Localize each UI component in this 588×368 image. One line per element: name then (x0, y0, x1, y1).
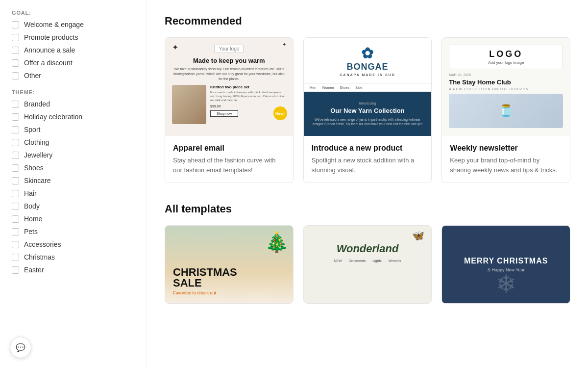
theme-easter[interactable]: Easter (12, 266, 135, 274)
christmas-fav-text: Favorites to check out (173, 290, 285, 295)
goal-welcome-label: Welcome & engage (24, 21, 84, 28)
all-templates-title: All templates (165, 203, 570, 215)
template-card-wonderland[interactable]: 🦋 Wonderland NEW Ornaments Lights Wreath… (303, 225, 432, 304)
apparel-subtext: We take sustainability seriously. Our fe… (172, 67, 286, 81)
apparel-headline: Made to keep you warm (193, 57, 265, 64)
hemp-icon: ✿ (361, 45, 374, 62)
christmas-tree-icon: 🎄 (265, 231, 289, 254)
theme-branded-checkbox[interactable] (12, 101, 19, 108)
apparel-desc: Stay ahead of the fashion curve with our… (173, 156, 285, 175)
template-card-merry-christmas[interactable]: MERRY CHRISTMAS & Happy New Year ❄ (441, 225, 570, 304)
stayHome-logo-area: LOGO Add your logo image (449, 45, 563, 69)
goal-announce[interactable]: Announce a sale (12, 46, 135, 54)
apparel-name: Apparel email (173, 144, 285, 153)
theme-sport[interactable]: Sport (12, 126, 135, 133)
theme-easter-checkbox[interactable] (12, 266, 19, 274)
newproduct-name: Introduce a new product (312, 144, 424, 153)
theme-clothing[interactable]: Clothing (12, 138, 135, 146)
goal-other[interactable]: Other (12, 72, 135, 79)
goal-announce-label: Announce a sale (24, 46, 75, 54)
stayHome-label: A NEW COLLECTION ON THE HORIZON (449, 87, 563, 91)
theme-clothing-label: Clothing (24, 138, 49, 146)
newproduct-desc: Spotlight a new stock addition with a st… (312, 156, 424, 175)
theme-accessories[interactable]: Accessories (12, 240, 135, 248)
template-card-apparel[interactable]: ✦ ✦ Your logo Made to keep you warm We t… (165, 37, 294, 183)
theme-christmas[interactable]: Christmas (12, 253, 135, 261)
theme-holiday-checkbox[interactable] (12, 113, 19, 121)
goal-section-label: GOAL: (12, 10, 135, 16)
stayHome-title: The Stay Home Club (449, 79, 563, 86)
stayHome-logo-sub: Add your logo image (455, 60, 557, 65)
wonderland-nav-new: NEW (334, 259, 342, 263)
goal-other-checkbox[interactable] (12, 72, 19, 79)
goal-welcome-checkbox[interactable] (12, 21, 19, 28)
theme-hair-checkbox[interactable] (12, 190, 19, 197)
theme-jewellery[interactable]: Jewellery (12, 151, 135, 159)
theme-body-checkbox[interactable] (12, 203, 19, 210)
theme-christmas-checkbox[interactable] (12, 254, 19, 261)
theme-accessories-checkbox[interactable] (12, 241, 19, 248)
theme-body-label: Body (24, 202, 40, 210)
wonderland-nav: NEW Ornaments Lights Wreaths (334, 259, 401, 263)
theme-sport-label: Sport (24, 126, 40, 133)
template-card-newproduct[interactable]: ✿ BONGAE CANAPA MADE IN SUD Men Women Sh… (303, 37, 432, 183)
wonderland-nav-ornaments: Ornaments (349, 259, 366, 263)
apparel-product-title: Knitted two piece set (210, 85, 286, 89)
apparel-product-section: Knitted two piece set It's a match made … (172, 85, 286, 124)
theme-skincare-label: Skincare (24, 177, 50, 184)
theme-branded-label: Branded (24, 100, 50, 108)
main-content: Recommended ✦ ✦ Your logo Made to keep y… (147, 0, 588, 368)
theme-holiday-label: Holiday celebration (24, 113, 82, 121)
theme-sport-checkbox[interactable] (12, 126, 19, 133)
apparel-product-desc: It's a match made in heaven with this kn… (210, 91, 286, 102)
chat-button[interactable]: 💬 (10, 337, 31, 358)
theme-shoes-checkbox[interactable] (12, 164, 19, 172)
nav-sale: Sale (355, 86, 362, 89)
bongae-brand-name: BONGAE (346, 62, 388, 72)
bongae-bottom: Introducing Our New Yarn Collection We'v… (304, 92, 432, 136)
apparel-logo: Your logo (214, 45, 244, 53)
sidebar: GOAL: Welcome & engage Promote products … (0, 0, 147, 368)
bongae-sub: CANAPA MADE IN SUD (340, 73, 395, 77)
goal-discount-label: Offer a discount (24, 59, 73, 67)
merry-text: MERRY CHRISTMAS (464, 257, 548, 265)
stayHome-hero: 🫙 (449, 94, 563, 128)
christmas-sale-line2: SALE (173, 277, 202, 289)
template-card-christmas-sale[interactable]: 🎄 CHRISTMAS SALE Favorites to check out (165, 225, 294, 304)
goal-other-label: Other (24, 72, 41, 79)
goal-discount[interactable]: Offer a discount (12, 59, 135, 67)
theme-body[interactable]: Body (12, 202, 135, 210)
recommended-title: Recommended (165, 15, 570, 27)
bongae-top: ✿ BONGAE CANAPA MADE IN SUD (304, 38, 432, 83)
theme-hair[interactable]: Hair (12, 189, 135, 197)
theme-shoes[interactable]: Shoes (12, 164, 135, 172)
goal-announce-checkbox[interactable] (12, 47, 19, 54)
theme-skincare[interactable]: Skincare (12, 177, 135, 184)
goal-discount-checkbox[interactable] (12, 59, 19, 67)
template-card-newsletter[interactable]: LOGO Add your logo image MAR 26, 2025 Th… (441, 37, 570, 183)
goal-promote-label: Promote products (24, 33, 78, 41)
theme-jewellery-checkbox[interactable] (12, 152, 19, 159)
apparel-shop-btn[interactable]: Shop now (210, 110, 238, 117)
theme-clothing-checkbox[interactable] (12, 139, 19, 146)
theme-pets-checkbox[interactable] (12, 228, 19, 236)
template-thumbnail-newsletter: LOGO Add your logo image MAR 26, 2025 Th… (442, 38, 570, 136)
bongae-desc: We've released a new range of yarns in p… (310, 117, 426, 126)
theme-home-checkbox[interactable] (12, 215, 19, 223)
goal-promote-checkbox[interactable] (12, 34, 19, 41)
goal-promote[interactable]: Promote products (12, 33, 135, 41)
nav-shoes: Shoes (340, 86, 349, 89)
theme-skincare-checkbox[interactable] (12, 177, 19, 184)
nav-women: Women (322, 86, 334, 89)
snowflake-icon: ❄ (496, 270, 516, 298)
goal-welcome[interactable]: Welcome & engage (12, 21, 135, 28)
theme-home[interactable]: Home (12, 215, 135, 223)
theme-branded[interactable]: Branded (12, 100, 135, 108)
theme-pets[interactable]: Pets (12, 228, 135, 236)
theme-christmas-label: Christmas (24, 253, 55, 261)
wonderland-title: Wonderland (337, 242, 399, 255)
bird-icon: 🦋 (412, 230, 424, 241)
apparel-product-details: Knitted two piece set It's a match made … (210, 85, 286, 124)
stayHome-date: MAR 26, 2025 (449, 73, 563, 77)
theme-holiday[interactable]: Holiday celebration (12, 113, 135, 121)
